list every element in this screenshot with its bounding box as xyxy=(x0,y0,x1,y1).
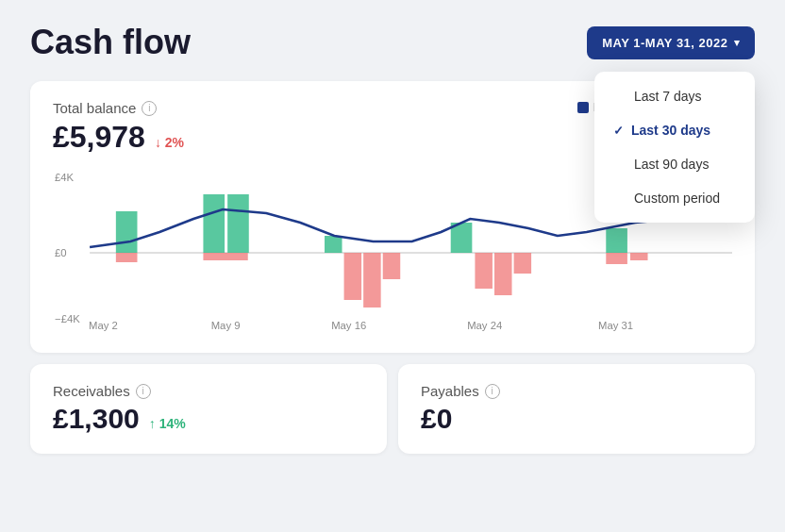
payables-label: Payables xyxy=(421,383,479,399)
x-label-may9: May 9 xyxy=(211,320,241,331)
receivables-label: Receivables xyxy=(53,383,130,399)
dropdown-label-90days: Last 90 days xyxy=(634,157,709,172)
x-label-may2: May 2 xyxy=(89,320,118,331)
x-label-may31: May 31 xyxy=(598,320,633,331)
chevron-down-icon: ▾ xyxy=(734,37,741,49)
payables-title-area: Payables i xyxy=(421,383,732,399)
bar-outflow-1 xyxy=(116,253,138,262)
y-label-0: £0 xyxy=(55,247,67,258)
dropdown-item-90days[interactable]: Last 90 days xyxy=(594,147,755,181)
bar-outflow-4b xyxy=(494,253,512,295)
bar-outflow-4c xyxy=(514,253,532,274)
bar-outflow-5 xyxy=(606,253,627,264)
bar-inflow-3 xyxy=(325,236,342,253)
y-label-neg4k: −£4K xyxy=(55,313,80,324)
date-range-button[interactable]: MAY 1-MAY 31, 2022 ▾ xyxy=(587,26,755,59)
receivables-value-row: £1,300 ↑ 14% xyxy=(53,403,364,435)
balance-legend-dot xyxy=(577,102,589,113)
bar-inflow-2 xyxy=(203,194,225,253)
x-label-may16: May 16 xyxy=(331,320,366,331)
bar-inflow-1 xyxy=(116,211,138,253)
payables-info-icon[interactable]: i xyxy=(485,384,500,399)
dropdown-label-custom: Custom period xyxy=(634,191,720,206)
bar-outflow-3b xyxy=(363,253,381,308)
receivables-title-area: Receivables i xyxy=(53,383,364,399)
card-title-area: Total balance i xyxy=(53,100,157,116)
page-header: Cash flow MAY 1-MAY 31, 2022 ▾ xyxy=(30,23,755,62)
y-label-4k: £4K xyxy=(55,172,75,183)
date-range-label: MAY 1-MAY 31, 2022 xyxy=(602,36,727,50)
info-icon[interactable]: i xyxy=(142,101,157,116)
balance-change: ↓ 2% xyxy=(155,135,184,150)
bar-outflow-5b xyxy=(630,253,648,260)
bar-inflow-2b xyxy=(227,194,249,253)
receivables-info-icon[interactable]: i xyxy=(136,384,151,399)
dropdown-label-7days: Last 7 days xyxy=(634,89,702,104)
dropdown-item-30days[interactable]: ✓ Last 30 days xyxy=(594,113,755,147)
bar-inflow-5 xyxy=(606,228,627,253)
dropdown-item-7days[interactable]: Last 7 days xyxy=(594,79,755,113)
page-title: Cash flow xyxy=(30,23,191,62)
dropdown-label-30days: Last 30 days xyxy=(631,123,710,138)
receivables-value: £1,300 xyxy=(53,403,140,435)
balance-value: £5,978 xyxy=(53,120,145,155)
dropdown-item-custom[interactable]: Custom period xyxy=(594,181,755,215)
bar-outflow-3c xyxy=(383,253,401,279)
bar-outflow-3 xyxy=(344,253,362,300)
date-range-dropdown: Last 7 days ✓ Last 30 days Last 90 days … xyxy=(594,72,755,223)
bar-outflow-4 xyxy=(475,253,493,289)
total-balance-label: Total balance xyxy=(53,100,136,116)
payables-card: Payables i £0 xyxy=(398,364,755,454)
x-label-may24: May 24 xyxy=(467,320,502,331)
bottom-cards: Receivables i £1,300 ↑ 14% Payables i £0 xyxy=(30,364,755,454)
bar-outflow-2 xyxy=(203,253,247,260)
payables-value: £0 xyxy=(421,403,452,434)
receivables-card: Receivables i £1,300 ↑ 14% xyxy=(30,364,387,454)
receivables-change: ↑ 14% xyxy=(149,416,186,431)
check-icon: ✓ xyxy=(613,124,624,138)
